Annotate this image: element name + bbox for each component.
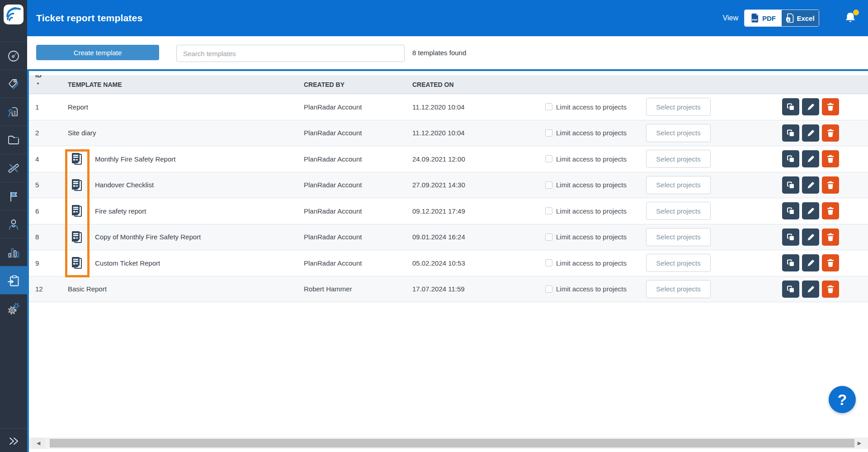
templates-toolbar: Create template 8 templates found bbox=[29, 36, 868, 69]
sidebar-item-tickets[interactable] bbox=[0, 98, 27, 126]
edit-button[interactable] bbox=[802, 202, 819, 219]
notifications-button[interactable] bbox=[844, 10, 858, 26]
select-projects-button[interactable]: Select projects bbox=[646, 228, 711, 246]
template-name[interactable]: Handover Checklist bbox=[95, 181, 154, 189]
duplicate-button[interactable] bbox=[782, 176, 799, 194]
pencil-icon bbox=[806, 206, 816, 216]
duplicate-icon bbox=[786, 206, 796, 216]
limit-access-checkbox[interactable] bbox=[545, 259, 552, 266]
column-header-created-on[interactable]: CREATED ON bbox=[412, 81, 543, 88]
edit-button[interactable] bbox=[802, 98, 819, 115]
limit-access-checkbox[interactable] bbox=[545, 103, 552, 110]
sidebar-item-flags[interactable] bbox=[0, 182, 27, 210]
table-row: 5 Handover Checklist PlanRadar Account 2… bbox=[29, 172, 868, 199]
limit-access-checkbox[interactable] bbox=[545, 155, 552, 162]
template-name[interactable]: Custom Ticket Report bbox=[95, 259, 160, 267]
search-input[interactable] bbox=[176, 45, 405, 62]
create-template-button[interactable]: Create template bbox=[36, 45, 159, 60]
limit-access-checkbox[interactable] bbox=[545, 207, 552, 214]
limit-access-checkbox[interactable] bbox=[545, 181, 552, 189]
limit-access-label: Limit access to projects bbox=[556, 259, 627, 267]
duplicate-button[interactable] bbox=[782, 124, 799, 142]
sidebar-collapse-button[interactable] bbox=[0, 428, 27, 452]
template-name[interactable]: Report bbox=[68, 103, 88, 111]
select-projects-button[interactable]: Select projects bbox=[646, 202, 711, 220]
bar-chart-icon bbox=[7, 246, 20, 259]
table-body: 1 Report PlanRadar Account 11.12.2020 10… bbox=[29, 94, 868, 302]
limit-access-label: Limit access to projects bbox=[556, 285, 627, 293]
sidebar-item-contacts[interactable] bbox=[0, 210, 27, 238]
scroll-left-arrow[interactable]: ◀ bbox=[32, 438, 45, 449]
duplicate-button[interactable] bbox=[782, 281, 799, 298]
scrollbar-thumb[interactable] bbox=[50, 439, 854, 447]
view-format-toggle: PDF PDF x Excel bbox=[744, 10, 819, 27]
template-name[interactable]: Fire safety report bbox=[95, 207, 146, 215]
template-name[interactable]: Copy of Monthly Fire Safety Report bbox=[95, 233, 201, 241]
edit-button[interactable] bbox=[802, 254, 819, 271]
select-projects-button[interactable]: Select projects bbox=[646, 176, 711, 194]
select-projects-button[interactable]: Select projects bbox=[646, 124, 711, 142]
created-by: PlanRadar Account bbox=[304, 181, 412, 189]
duplicate-button[interactable] bbox=[782, 228, 799, 246]
delete-button[interactable] bbox=[822, 228, 839, 246]
edit-button[interactable] bbox=[802, 176, 819, 194]
pencil-icon bbox=[806, 102, 816, 112]
created-by: PlanRadar Account bbox=[304, 155, 412, 163]
trash-icon bbox=[826, 180, 835, 190]
select-projects-button[interactable]: Select projects bbox=[646, 150, 711, 168]
column-header-created-by[interactable]: CREATED BY bbox=[304, 81, 412, 88]
table-row: 4 Monthly Fire Safety Report PlanRadar A… bbox=[29, 146, 868, 172]
template-name[interactable]: Site diary bbox=[68, 129, 96, 137]
person-icon bbox=[7, 218, 20, 231]
pdf-file-icon: PDF bbox=[750, 13, 760, 23]
delete-button[interactable] bbox=[822, 254, 839, 271]
duplicate-button[interactable] bbox=[782, 98, 799, 115]
gavel-document-icon bbox=[7, 105, 20, 119]
delete-button[interactable] bbox=[822, 124, 839, 142]
excel-file-icon: x bbox=[786, 13, 794, 23]
delete-button[interactable] bbox=[822, 202, 839, 219]
notification-badge-dot bbox=[853, 10, 859, 15]
select-projects-button[interactable]: Select projects bbox=[646, 98, 711, 116]
limit-access-checkbox[interactable] bbox=[545, 233, 552, 241]
created-on: 09.12.2021 17:49 bbox=[412, 207, 543, 215]
trash-icon bbox=[826, 232, 835, 242]
sidebar-item-projects[interactable] bbox=[0, 126, 27, 154]
limit-access-checkbox[interactable] bbox=[545, 129, 552, 137]
template-doc-icon bbox=[68, 256, 95, 270]
duplicate-button[interactable] bbox=[782, 150, 799, 167]
delete-button[interactable] bbox=[822, 150, 839, 167]
edit-button[interactable] bbox=[802, 228, 819, 246]
delete-button[interactable] bbox=[822, 98, 839, 115]
sidebar-item-settings[interactable] bbox=[0, 294, 27, 322]
sidebar-item-statistics[interactable] bbox=[0, 238, 27, 266]
sidebar-item-dashboard[interactable] bbox=[0, 42, 27, 70]
sidebar-item-plans[interactable] bbox=[0, 154, 27, 182]
edit-button[interactable] bbox=[802, 281, 819, 298]
template-name[interactable]: Monthly Fire Safety Report bbox=[95, 155, 175, 163]
column-header-id[interactable]: ID ▲ bbox=[29, 75, 68, 94]
planradar-logo[interactable] bbox=[4, 5, 24, 24]
pdf-view-button[interactable]: PDF PDF bbox=[745, 10, 782, 26]
column-header-template-name[interactable]: TEMPLATE NAME bbox=[68, 81, 304, 88]
edit-button[interactable] bbox=[802, 124, 819, 142]
duplicate-button[interactable] bbox=[782, 202, 799, 219]
excel-view-button[interactable]: x Excel bbox=[782, 10, 819, 26]
template-doc-icon bbox=[68, 152, 95, 166]
help-button[interactable]: ? bbox=[829, 386, 856, 413]
pencil-icon bbox=[806, 128, 816, 138]
select-projects-button[interactable]: Select projects bbox=[646, 280, 711, 298]
select-projects-button[interactable]: Select projects bbox=[646, 254, 711, 272]
delete-button[interactable] bbox=[822, 176, 839, 194]
horizontal-scrollbar: ◀ ▶ bbox=[29, 438, 868, 449]
scroll-right-arrow[interactable]: ▶ bbox=[853, 438, 866, 449]
sidebar-item-tags[interactable] bbox=[0, 70, 27, 98]
sidebar-item-reports[interactable] bbox=[0, 266, 27, 294]
template-name[interactable]: Basic Report bbox=[68, 285, 107, 293]
delete-button[interactable] bbox=[822, 281, 839, 298]
duplicate-button[interactable] bbox=[782, 254, 799, 271]
edit-button[interactable] bbox=[802, 150, 819, 167]
clipboard-export-icon bbox=[7, 274, 20, 287]
limit-access-checkbox[interactable] bbox=[545, 285, 552, 293]
created-by: Robert Hammer bbox=[304, 285, 412, 293]
